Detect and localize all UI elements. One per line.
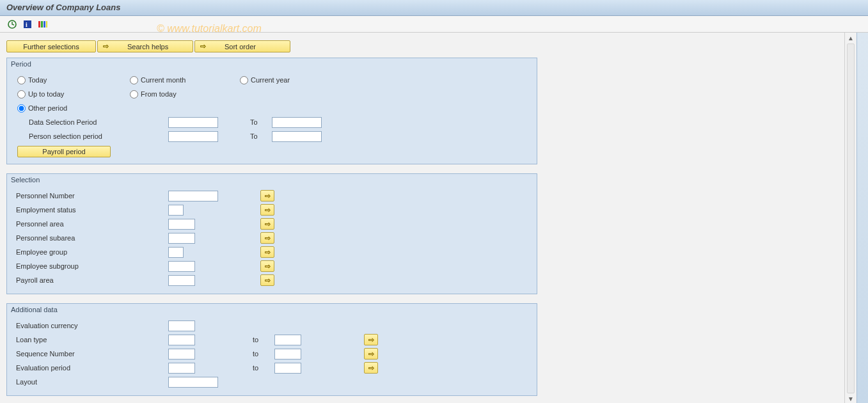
radio-from-today-label: From today <box>141 90 177 98</box>
further-selections-button[interactable]: Further selections <box>6 40 96 52</box>
selection-title: Selection <box>7 174 537 187</box>
selection-buttons: Further selections ⇨ Search helps ⇨ Sort… <box>6 40 838 52</box>
period-group: Period Today Current month Current year … <box>6 58 537 164</box>
additional-label: Evaluation period <box>12 364 159 372</box>
selection-input[interactable] <box>168 205 184 216</box>
additional-to-input[interactable] <box>274 363 301 374</box>
selection-label: Personnel subarea <box>12 234 158 242</box>
search-helps-button[interactable]: ⇨ Search helps <box>97 40 193 52</box>
selection-label: Employment status <box>12 206 158 214</box>
multi-select-button[interactable]: ⇨ <box>260 190 274 201</box>
svg-rect-3 <box>38 21 40 28</box>
toolbar: i <box>0 16 868 33</box>
data-to-label: To <box>250 118 272 126</box>
page-title: Overview of Company Loans <box>0 0 868 16</box>
radio-other-period-label: Other period <box>28 104 67 112</box>
selection-label: Personnel Number <box>12 192 158 200</box>
radio-up-to-today-label: Up to today <box>28 90 64 98</box>
additional-from-input[interactable] <box>168 363 195 374</box>
additional-title: Additional data <box>7 304 537 317</box>
radio-today-label: Today <box>28 76 47 84</box>
additional-to-label: to <box>253 336 274 344</box>
selection-label: Employee subgroup <box>12 262 158 270</box>
sort-order-label: Sort order <box>225 43 256 51</box>
multi-select-button[interactable]: ⇨ <box>260 204 274 216</box>
selection-label: Employee group <box>12 248 158 256</box>
svg-rect-4 <box>41 21 43 28</box>
person-selection-to-input[interactable] <box>272 131 322 142</box>
additional-label: Loan type <box>12 336 159 344</box>
scroll-down-icon[interactable]: ▼ <box>848 395 854 403</box>
arrow-right-icon: ⇨ <box>102 42 109 51</box>
selection-group: Selection Personnel Number⇨Employment st… <box>6 173 537 294</box>
arrow-right-icon: ⇨ <box>199 42 207 51</box>
radio-current-month[interactable] <box>130 76 138 84</box>
selection-input[interactable] <box>168 191 218 201</box>
radio-current-year-label: Current year <box>251 76 290 84</box>
multi-select-button[interactable]: ⇨ <box>260 218 274 230</box>
eval-currency-label: Evaluation currency <box>12 322 159 329</box>
additional-to-label: to <box>253 350 274 358</box>
additional-from-input[interactable] <box>168 349 195 360</box>
scroll-track[interactable] <box>847 43 855 393</box>
data-selection-from-input[interactable] <box>168 117 218 128</box>
svg-text:i: i <box>26 21 28 28</box>
eval-currency-input[interactable] <box>168 320 195 331</box>
data-selection-to-input[interactable] <box>272 117 322 128</box>
multi-select-button[interactable]: ⇨ <box>364 348 378 360</box>
radio-other-period[interactable] <box>17 104 26 113</box>
sort-order-button[interactable]: ⇨ Sort order <box>194 40 290 52</box>
person-to-label: To <box>250 132 272 140</box>
bars-icon[interactable] <box>37 19 49 30</box>
radio-today[interactable] <box>17 76 26 84</box>
selection-input[interactable] <box>168 261 195 272</box>
additional-to-input[interactable] <box>274 349 301 360</box>
period-title: Period <box>7 58 537 72</box>
multi-select-button[interactable]: ⇨ <box>364 362 378 374</box>
selection-input[interactable] <box>168 233 195 244</box>
radio-up-to-today[interactable] <box>17 90 26 99</box>
additional-from-input[interactable] <box>168 335 195 345</box>
radio-current-year[interactable] <box>240 76 248 84</box>
svg-rect-5 <box>43 21 45 28</box>
selection-input[interactable] <box>168 275 195 286</box>
additional-group: Additional data Evaluation currency Loan… <box>6 303 537 396</box>
additional-to-label: to <box>253 364 274 372</box>
person-selection-label: Person selection period <box>12 132 150 140</box>
multi-select-button[interactable]: ⇨ <box>260 274 274 286</box>
window-edge <box>856 33 868 403</box>
person-selection-from-input[interactable] <box>168 131 218 142</box>
multi-select-button[interactable]: ⇨ <box>260 246 274 258</box>
execute-icon[interactable] <box>6 19 18 30</box>
vertical-scrollbar[interactable]: ▲ ▼ <box>844 33 856 403</box>
payroll-period-button[interactable]: Payroll period <box>17 146 111 157</box>
search-helps-label: Search helps <box>127 43 168 51</box>
multi-select-button[interactable]: ⇨ <box>260 232 274 244</box>
selection-label: Payroll area <box>12 276 158 284</box>
layout-input[interactable] <box>168 377 218 388</box>
data-selection-label: Data Selection Period <box>12 118 150 126</box>
info-icon[interactable]: i <box>22 19 33 30</box>
radio-current-month-label: Current month <box>141 76 185 84</box>
svg-rect-1 <box>24 20 31 28</box>
additional-label: Sequence Number <box>12 350 159 358</box>
multi-select-button[interactable]: ⇨ <box>260 260 274 272</box>
radio-from-today[interactable] <box>130 90 138 99</box>
selection-input[interactable] <box>168 247 184 258</box>
scroll-up-icon[interactable]: ▲ <box>848 34 854 42</box>
additional-to-input[interactable] <box>274 335 301 345</box>
svg-rect-6 <box>46 21 47 28</box>
multi-select-button[interactable]: ⇨ <box>364 334 378 345</box>
layout-label: Layout <box>12 378 159 386</box>
selection-label: Personnel area <box>12 220 158 228</box>
selection-input[interactable] <box>168 219 195 230</box>
